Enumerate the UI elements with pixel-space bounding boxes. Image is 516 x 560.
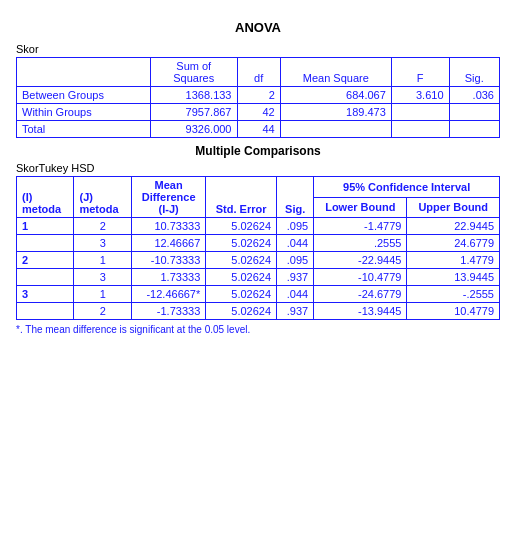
anova-row-df: 2 — [237, 87, 280, 104]
mc-row-lb: -1.4779 — [314, 218, 407, 235]
anova-row-ss: 7957.867 — [151, 104, 238, 121]
mc-table-row: 2 1 -10.73333 5.02624 .095 -22.9445 1.47… — [17, 252, 500, 269]
anova-row-label: Between Groups — [17, 87, 151, 104]
anova-row-sig: .036 — [449, 87, 500, 104]
mc-title: Multiple Comparisons — [16, 144, 500, 158]
mc-row-ub: 24.6779 — [407, 235, 500, 252]
anova-row-ms: 684.067 — [280, 87, 391, 104]
mc-table-row: 2 -1.73333 5.02624 .937 -13.9445 10.4779 — [17, 303, 500, 320]
mc-col-se: Std. Error — [206, 177, 277, 218]
anova-col-f: F — [391, 58, 449, 87]
anova-row-ms — [280, 121, 391, 138]
mc-row-j: 1 — [74, 252, 131, 269]
mc-row-j: 1 — [74, 286, 131, 303]
mc-row-md: -12.46667* — [131, 286, 205, 303]
mc-row-j: 3 — [74, 235, 131, 252]
mc-table-row: 3 1.73333 5.02624 .937 -10.4779 13.9445 — [17, 269, 500, 286]
mc-row-sig: .044 — [277, 235, 314, 252]
mc-table-row: 1 2 10.73333 5.02624 .095 -1.4779 22.944… — [17, 218, 500, 235]
anova-col-df: df — [237, 58, 280, 87]
mc-section-label: SkorTukey HSD — [16, 162, 500, 174]
mc-row-sig: .937 — [277, 303, 314, 320]
anova-col-ms: Mean Square — [280, 58, 391, 87]
anova-row-sig — [449, 121, 500, 138]
mc-row-i: 1 — [17, 218, 74, 235]
mc-row-sig: .937 — [277, 269, 314, 286]
mc-row-se: 5.02624 — [206, 252, 277, 269]
mc-col-ci: 95% Confidence Interval — [314, 177, 500, 198]
mc-col-j: (J)metoda — [74, 177, 131, 218]
mc-row-md: -1.73333 — [131, 303, 205, 320]
anova-row-f — [391, 104, 449, 121]
anova-row-ss: 9326.000 — [151, 121, 238, 138]
mc-col-ub: Upper Bound — [407, 197, 500, 218]
anova-table-row: Between Groups 1368.133 2 684.067 3.610 … — [17, 87, 500, 104]
anova-row-df: 44 — [237, 121, 280, 138]
mc-row-lb: -10.4779 — [314, 269, 407, 286]
anova-col-sig: Sig. — [449, 58, 500, 87]
mc-row-se: 5.02624 — [206, 269, 277, 286]
mc-row-ub: 1.4779 — [407, 252, 500, 269]
mc-row-md: 10.73333 — [131, 218, 205, 235]
mc-col-i: (I)metoda — [17, 177, 74, 218]
anova-row-sig — [449, 104, 500, 121]
mc-table: (I)metoda (J)metoda MeanDifference(I-J) … — [16, 176, 500, 320]
mc-row-i: 2 — [17, 252, 74, 269]
mc-row-lb: .2555 — [314, 235, 407, 252]
mc-col-sig: Sig. — [277, 177, 314, 218]
mc-row-ub: 10.4779 — [407, 303, 500, 320]
mc-row-sig: .044 — [277, 286, 314, 303]
mc-col-md: MeanDifference(I-J) — [131, 177, 205, 218]
anova-col-ss: Sum ofSquares — [151, 58, 238, 87]
anova-row-label: Within Groups — [17, 104, 151, 121]
mc-row-md: 12.46667 — [131, 235, 205, 252]
mc-row-md: 1.73333 — [131, 269, 205, 286]
mc-row-i — [17, 303, 74, 320]
mc-row-j: 2 — [74, 303, 131, 320]
anova-row-df: 42 — [237, 104, 280, 121]
mc-table-row: 3 12.46667 5.02624 .044 .2555 24.6779 — [17, 235, 500, 252]
mc-row-sig: .095 — [277, 252, 314, 269]
mc-row-j: 2 — [74, 218, 131, 235]
mc-row-ub: 22.9445 — [407, 218, 500, 235]
mc-row-se: 5.02624 — [206, 303, 277, 320]
mc-col-lb: Lower Bound — [314, 197, 407, 218]
mc-row-i — [17, 269, 74, 286]
mc-row-lb: -24.6779 — [314, 286, 407, 303]
mc-row-se: 5.02624 — [206, 235, 277, 252]
main-title: ANOVA — [16, 20, 500, 35]
mc-row-i: 3 — [17, 286, 74, 303]
mc-row-ub: -.2555 — [407, 286, 500, 303]
anova-row-f — [391, 121, 449, 138]
mc-table-row: 3 1 -12.46667* 5.02624 .044 -24.6779 -.2… — [17, 286, 500, 303]
mc-row-ub: 13.9445 — [407, 269, 500, 286]
anova-row-f: 3.610 — [391, 87, 449, 104]
mc-row-lb: -22.9445 — [314, 252, 407, 269]
anova-row-ss: 1368.133 — [151, 87, 238, 104]
mc-row-se: 5.02624 — [206, 286, 277, 303]
mc-row-se: 5.02624 — [206, 218, 277, 235]
anova-row-ms: 189.473 — [280, 104, 391, 121]
anova-row-label: Total — [17, 121, 151, 138]
anova-table-row: Within Groups 7957.867 42 189.473 — [17, 104, 500, 121]
anova-table-row: Total 9326.000 44 — [17, 121, 500, 138]
mc-row-lb: -13.9445 — [314, 303, 407, 320]
mc-row-sig: .095 — [277, 218, 314, 235]
anova-section-label: Skor — [16, 43, 500, 55]
anova-table: Sum ofSquares df Mean Square F Sig. Betw… — [16, 57, 500, 138]
mc-row-j: 3 — [74, 269, 131, 286]
mc-row-md: -10.73333 — [131, 252, 205, 269]
mc-row-i — [17, 235, 74, 252]
mc-footnote: *. The mean difference is significant at… — [16, 324, 500, 335]
